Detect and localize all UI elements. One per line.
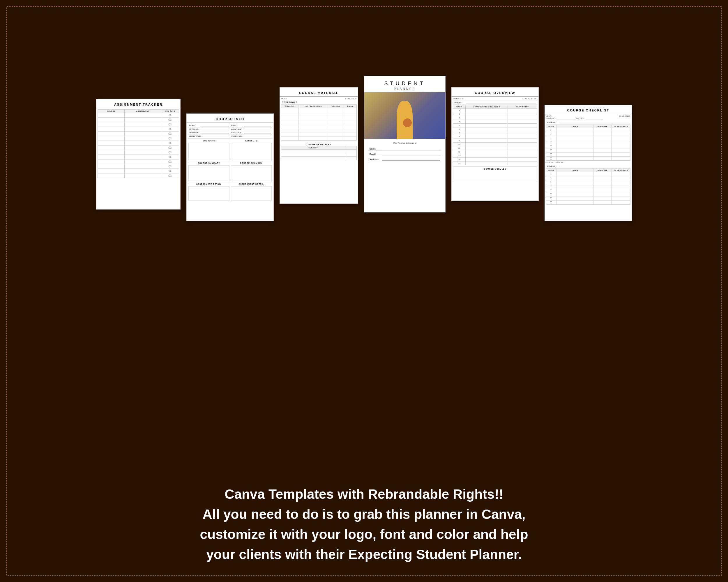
overview-table: WEEK ASSIGNMENTS / READINGS EXAM DATES 1… bbox=[453, 105, 537, 165]
overview-school-year: SCHOOL YEAR: bbox=[522, 98, 537, 100]
checklist-start-date: START DATE: bbox=[546, 117, 556, 120]
checklist-table-1: DONE TASKS DUE DATE IN PROGRESS bbox=[546, 124, 630, 161]
overview-row: 10 bbox=[453, 143, 537, 146]
tagline-line4: your clients with their Expecting Studen… bbox=[206, 547, 522, 562]
textbook-row bbox=[281, 132, 357, 137]
assignment-table: COURSE ASSIGNMENT DUE DATE bbox=[98, 109, 179, 178]
checklist-row bbox=[546, 196, 630, 200]
overview-row: 15 bbox=[453, 162, 537, 165]
final-grade-label: FINAL GR... bbox=[556, 162, 565, 163]
assignment-row bbox=[98, 127, 179, 132]
course-overview-card: COURSE OVERVIEW SEMESTER: SCHOOL YEAR: C… bbox=[451, 87, 539, 201]
checklist-row bbox=[546, 172, 630, 176]
overview-semester: SEMESTER: bbox=[453, 98, 464, 100]
goal-grade-label: GOAL GR... bbox=[546, 162, 555, 163]
checklist-row bbox=[546, 180, 630, 184]
assignment-row bbox=[98, 164, 179, 169]
checklist-row bbox=[546, 132, 630, 136]
assignment-row bbox=[98, 155, 179, 160]
checklist-row bbox=[546, 157, 630, 161]
assignment-row bbox=[98, 136, 179, 141]
checklist-row bbox=[546, 184, 630, 188]
assignment-tracker-card: ASSIGNMENT TRACKER COURSE ASSIGNMENT DUE… bbox=[96, 99, 181, 210]
pages-area: ASSIGNMENT TRACKER COURSE ASSIGNMENT DUE… bbox=[18, 18, 710, 221]
checklist-row bbox=[546, 128, 630, 132]
checklist-row bbox=[546, 144, 630, 148]
assignment-row bbox=[98, 160, 179, 164]
overview-row: 5 bbox=[453, 124, 537, 128]
checklist-row bbox=[546, 140, 630, 144]
course-info-left: NAME: LOCATION: DURATION: SEMESTERS: SUB… bbox=[188, 124, 230, 201]
overview-row: 12 bbox=[453, 150, 537, 154]
year-label: YEAR: bbox=[281, 98, 287, 100]
planner-tagline: This journal belongs to bbox=[368, 142, 441, 144]
course-overview-title: COURSE OVERVIEW bbox=[452, 88, 539, 96]
checklist-end-date: END DATE: bbox=[576, 117, 584, 120]
assignment-row bbox=[98, 150, 179, 155]
assignment-row bbox=[98, 173, 179, 178]
textbook-row bbox=[281, 120, 357, 124]
course-info-title: COURSE INFO bbox=[187, 114, 274, 123]
col-course: COURSE bbox=[98, 110, 125, 113]
col-assignment: ASSIGNMENT bbox=[125, 110, 161, 113]
checklist-row bbox=[546, 200, 630, 204]
checklist-row bbox=[546, 136, 630, 140]
semester-label: SEMESTER: bbox=[345, 98, 357, 100]
student-planner-subtitle: PLANNER bbox=[367, 87, 442, 90]
overview-row: 4 bbox=[453, 120, 537, 124]
assignment-row bbox=[98, 113, 179, 117]
online-resources-label: ONLINE RESOURCES bbox=[281, 143, 357, 146]
tagline-line2: All you need to do is to grab this plann… bbox=[202, 507, 525, 522]
textbook-row bbox=[281, 112, 357, 116]
checklist-row bbox=[546, 153, 630, 157]
textbooks-table: SUBJECT TEXTBOOK TITLE AUTHOR PRICE bbox=[281, 105, 357, 141]
student-planner-card: STUDENT PLANNER This journal belongs to … bbox=[364, 76, 445, 213]
overview-row: 14 bbox=[453, 158, 537, 162]
checklist-table-2: DONE TASKS DUE DATE IN PROGRESS bbox=[546, 168, 630, 204]
col-duedate: DUE DATE bbox=[161, 110, 179, 113]
checklist-row bbox=[546, 148, 630, 153]
assignment-row bbox=[98, 145, 179, 150]
overview-row: 3 bbox=[453, 116, 537, 120]
textbook-row bbox=[281, 108, 357, 112]
assignment-row bbox=[98, 141, 179, 145]
overview-row: 11 bbox=[453, 146, 537, 150]
overview-row: 1 bbox=[453, 109, 537, 112]
course-material-card: COURSE MATERIAL YEAR: SEMESTER: TEXTBOOK… bbox=[280, 87, 358, 204]
course-info-right: NAME: LOCATION: DURATION: SEMESTERS: SUB… bbox=[230, 124, 272, 201]
overview-row: 13 bbox=[453, 154, 537, 158]
overview-row: 9 bbox=[453, 139, 537, 143]
overview-row: 6 bbox=[453, 128, 537, 131]
overview-row: 2 bbox=[453, 112, 537, 116]
assignment-row bbox=[98, 117, 179, 122]
student-photo bbox=[364, 92, 445, 139]
modules-label: COURSE MODULES bbox=[454, 167, 537, 170]
overview-row: 7 bbox=[453, 131, 537, 135]
student-planner-title: STUDENT bbox=[367, 81, 442, 87]
checklist-row bbox=[546, 188, 630, 192]
textbook-row bbox=[281, 116, 357, 120]
assignment-row bbox=[98, 132, 179, 136]
checklist-semester: SEMESTER: bbox=[619, 115, 630, 117]
overview-row: 8 bbox=[453, 135, 537, 139]
tagline-line3: customize it with your logo, font and co… bbox=[200, 527, 528, 542]
bottom-tagline: Canva Templates with Rebrandable Rights!… bbox=[18, 484, 710, 564]
assignment-tracker-title: ASSIGNMENT TRACKER bbox=[96, 99, 180, 108]
tagline-line1: Canva Templates with Rebrandable Rights!… bbox=[225, 487, 503, 502]
assignment-row bbox=[98, 169, 179, 173]
course-material-title: COURSE MATERIAL bbox=[280, 88, 358, 96]
assignment-row bbox=[98, 122, 179, 127]
course-checklist-card: COURSE CHECKLIST YEAR: SEMESTER: START D… bbox=[545, 105, 632, 221]
textbook-row bbox=[281, 124, 357, 128]
online-table: SUBJECT bbox=[281, 146, 357, 160]
course-info-card: COURSE INFO NAME: LOCATION: DURATION: SE… bbox=[186, 113, 274, 221]
checklist-row bbox=[546, 192, 630, 196]
bottom-text-area: Canva Templates with Rebrandable Rights!… bbox=[18, 484, 710, 564]
checklist-year: YEAR: bbox=[546, 115, 552, 117]
textbook-row bbox=[281, 137, 357, 141]
course-checklist-title: COURSE CHECKLIST bbox=[545, 105, 632, 114]
textbook-row bbox=[281, 128, 357, 132]
checklist-row bbox=[546, 176, 630, 180]
